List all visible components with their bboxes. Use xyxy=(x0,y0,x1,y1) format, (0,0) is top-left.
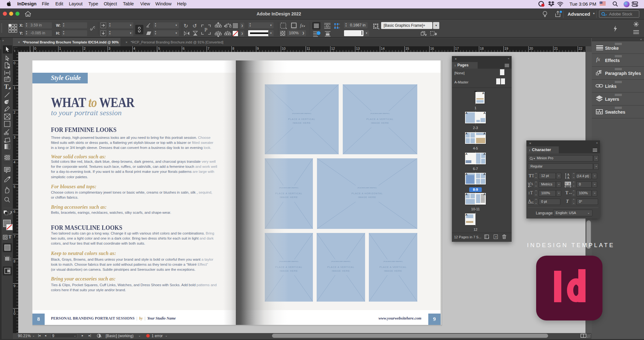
svg-text:A: A xyxy=(530,182,533,186)
svg-text:▾: ▾ xyxy=(488,237,489,239)
svg-text:P: P xyxy=(204,27,207,33)
svg-text:▾: ▾ xyxy=(378,27,379,30)
svg-text:▾: ▾ xyxy=(101,336,102,338)
svg-text:A: A xyxy=(568,182,570,185)
svg-text:A: A xyxy=(567,176,569,179)
